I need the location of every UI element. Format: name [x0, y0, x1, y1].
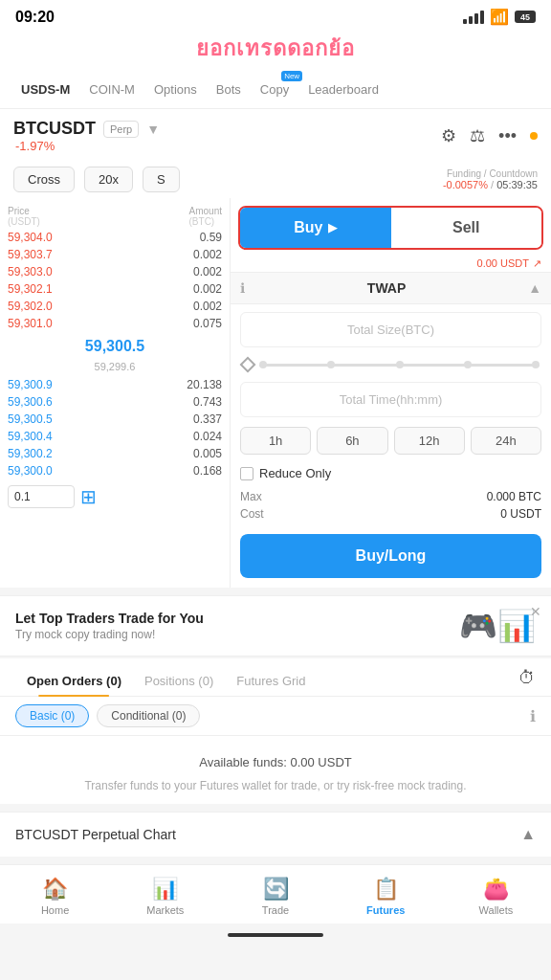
ob-bottom-controls: ⊞ [0, 479, 230, 514]
nav-leaderboard[interactable]: Leaderboard [298, 78, 388, 100]
slider-track[interactable] [259, 364, 540, 367]
tab-futures-grid[interactable]: Futures Grid [225, 668, 317, 696]
battery-icon: 45 [515, 11, 536, 23]
slider-row [231, 355, 551, 374]
leverage-button[interactable]: 20x [84, 167, 133, 192]
notification-dot [530, 132, 538, 140]
home-label: Home [41, 904, 69, 916]
ob-bid-row: 59,300.5 0.337 [0, 411, 230, 428]
ob-asks: 59,304.0 0.59 59,303.7 0.002 59,303.0 0.… [0, 229, 230, 332]
twap-header: ℹ TWAP ▲ [231, 272, 551, 304]
slider-dot [327, 361, 335, 368]
status-icons: 📶 45 [463, 8, 536, 26]
cost-value: 0 USDT [500, 507, 541, 521]
time-24h-button[interactable]: 24h [471, 427, 541, 455]
funding-countdown: 05:39:35 [496, 179, 538, 190]
chart-section[interactable]: BTCUSDT Perpetual Chart ▲ [0, 812, 551, 857]
nav-wallets[interactable]: 👛 Wallets [441, 873, 551, 920]
ob-price-header: Price(USDT) [8, 206, 40, 227]
time-buttons: 1h 6h 12h 24h [231, 423, 551, 462]
wifi-icon: 📶 [490, 8, 509, 26]
time-1h-button[interactable]: 1h [240, 427, 311, 455]
chart-type-icon[interactable]: ⊞ [80, 485, 97, 508]
available-icon: ↗ [533, 257, 541, 270]
trade-icon: 🔄 [263, 877, 289, 902]
time-6h-button[interactable]: 6h [317, 427, 387, 455]
ticker-dropdown-icon[interactable]: ▼ [146, 122, 160, 137]
order-type-button[interactable]: S [143, 167, 180, 192]
subtab-conditional[interactable]: Conditional (0) [97, 704, 200, 727]
quantity-input[interactable] [8, 485, 75, 508]
available-value: 0.00 USDT [477, 257, 529, 270]
funding-rate: -0.0057% [443, 179, 488, 190]
sell-button[interactable]: Sell [391, 208, 542, 248]
futures-label: Futures [366, 904, 405, 916]
ob-mid-price[interactable]: 59,300.5 [0, 332, 230, 361]
nav-options[interactable]: Options [144, 78, 207, 100]
nav-bots[interactable]: Bots [207, 78, 251, 100]
nav-home[interactable]: 🏠 Home [0, 873, 110, 920]
ob-amount-header: Amount(BTC) [189, 206, 222, 227]
slider-dot [532, 361, 540, 368]
brand-banner: ยอกเทรดดอกย้อ [0, 30, 551, 71]
ticker-type[interactable]: Perp [103, 121, 139, 138]
ob-ask-row: 59,302.0 0.002 [0, 298, 230, 315]
buy-sell-container: Buy Sell [238, 206, 543, 250]
nav-futures[interactable]: 📋 Futures [331, 873, 441, 920]
nav-coinm[interactable]: COIN-M [79, 78, 144, 100]
ob-header: Price(USDT) Amount(BTC) [0, 204, 230, 229]
right-panel: Buy Sell 0.00 USDT ↗ ℹ TWAP ▲ Total Size… [230, 198, 551, 588]
twap-title: TWAP [245, 280, 528, 296]
ob-bid-row: 59,300.6 0.743 [0, 393, 230, 411]
nav-trade[interactable]: 🔄 Trade [220, 873, 330, 920]
buy-button[interactable]: Buy [240, 208, 391, 248]
total-size-input[interactable]: Total Size(BTC) [240, 312, 541, 347]
nav-markets[interactable]: 📊 Markets [110, 873, 220, 920]
orders-settings-icon[interactable]: ⏱ [518, 668, 536, 696]
reduce-only-row: Reduce Only [231, 462, 551, 488]
slider-dot [464, 361, 472, 368]
order-book: Price(USDT) Amount(BTC) 59,304.0 0.59 59… [0, 198, 230, 588]
top-nav: USDS-M COIN-M Options Bots Copy New Lead… [0, 71, 551, 109]
home-bar [0, 924, 551, 947]
orders-section: Open Orders (0) Positions (0) Futures Gr… [0, 658, 551, 804]
trading-controls: Cross 20x S Funding / Countdown -0.0057%… [0, 159, 551, 198]
nav-copy[interactable]: Copy New [251, 78, 298, 100]
ob-bid-row: 59,300.2 0.005 [0, 445, 230, 462]
banner-subtitle: Try mock copy trading now! [15, 628, 204, 641]
reduce-only-checkbox[interactable] [240, 467, 253, 480]
margin-type-button[interactable]: Cross [13, 167, 75, 192]
max-row: Max 0.000 BTC [231, 488, 551, 505]
slider-handle[interactable] [240, 357, 256, 373]
ob-mid-sub: 59,299.6 [0, 361, 230, 372]
ob-ask-row: 59,301.0 0.075 [0, 315, 230, 332]
subtab-info-icon[interactable]: ℹ [530, 707, 536, 725]
more-icon[interactable]: ••• [498, 126, 517, 146]
subtab-basic[interactable]: Basic (0) [15, 704, 89, 727]
max-value: 0.000 BTC [487, 490, 541, 503]
cost-label: Cost [240, 507, 264, 521]
reduce-only-label: Reduce Only [259, 466, 331, 480]
banner-close-button[interactable]: ✕ [530, 604, 541, 619]
tab-open-orders[interactable]: Open Orders (0) [15, 668, 133, 696]
ob-ask-row: 59,303.0 0.002 [0, 263, 230, 280]
funding-info: Funding / Countdown -0.0057% / 05:39:35 [443, 168, 538, 190]
status-bar: 09:20 📶 45 [0, 0, 551, 30]
orders-tabs: Open Orders (0) Positions (0) Futures Gr… [0, 658, 551, 697]
bottom-nav: 🏠 Home 📊 Markets 🔄 Trade 📋 Futures 👛 Wal… [0, 864, 551, 924]
candlestick-icon[interactable]: ⚙ [441, 125, 456, 146]
available-funds-title: Available funds: 0.00 USDT [15, 755, 536, 769]
sub-tabs: Basic (0) Conditional (0) ℹ [0, 697, 551, 736]
buy-long-button[interactable]: Buy/Long [240, 534, 541, 578]
total-time-input[interactable]: Total Time(hh:mm) [240, 382, 541, 417]
slider-dot [396, 361, 404, 368]
settings-icon[interactable]: ⚖ [470, 125, 485, 146]
nav-usdsm[interactable]: USDS-M [11, 78, 79, 100]
twap-chevron-icon[interactable]: ▲ [528, 280, 541, 296]
ob-ask-row: 59,303.7 0.002 [0, 246, 230, 263]
time-12h-button[interactable]: 12h [394, 427, 465, 455]
markets-icon: 📊 [152, 877, 178, 902]
futures-icon: 📋 [373, 877, 399, 902]
ob-bid-row: 59,300.9 20.138 [0, 376, 230, 393]
tab-positions[interactable]: Positions (0) [133, 668, 225, 696]
